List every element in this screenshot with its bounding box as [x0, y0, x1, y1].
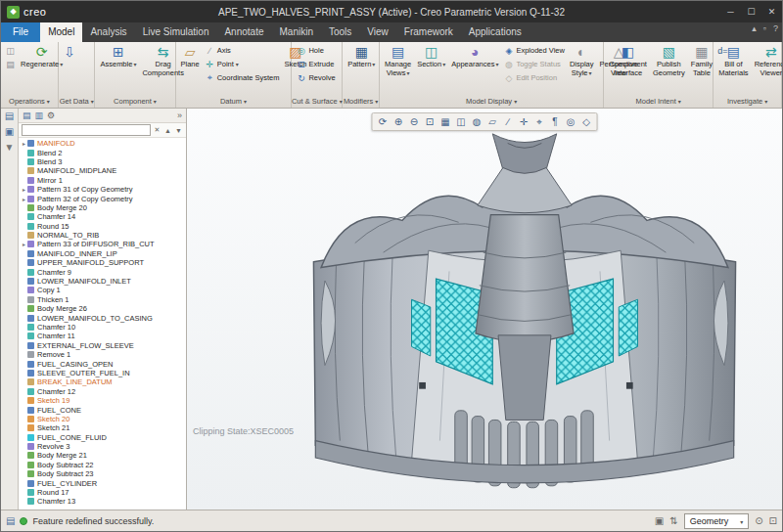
tree-item[interactable]: MANIFOLD_MIDPLANE [21, 166, 186, 175]
tree-item[interactable]: Body Subtract 22 [21, 461, 186, 469]
expand-icon[interactable]: ▸ [21, 196, 27, 202]
group-label-datum[interactable]: Datum [176, 95, 292, 108]
tab-view[interactable]: View [359, 22, 396, 42]
collapse-ribbon-icon[interactable]: ▴ [752, 23, 757, 33]
hole-button[interactable]: ◎Hole [295, 44, 336, 57]
tab-model[interactable]: Model [40, 22, 82, 42]
family-table-button[interactable]: ▦ Family Table [689, 44, 714, 77]
tree-item[interactable]: Round 15 [21, 222, 186, 231]
tree-item[interactable]: Sketch 20 [21, 415, 186, 423]
status-panel-icon[interactable]: ▤ [6, 516, 15, 526]
tree-item[interactable]: Blend 2 [21, 148, 186, 156]
group-label-modifiers[interactable]: Modifiers [343, 95, 379, 108]
saved-orientations-icon[interactable]: ▦ [438, 114, 453, 129]
plane-button[interactable]: ▱ Plane [179, 44, 202, 69]
tree-search-input[interactable] [22, 124, 151, 136]
tree-item[interactable]: FUEL_CYLINDER [21, 478, 186, 487]
help-icon[interactable]: ? [773, 23, 778, 33]
manage-views-button[interactable]: ▤ Manage Views [383, 44, 413, 77]
select-box-icon[interactable]: ⊡ [769, 516, 777, 526]
group-label-component[interactable]: Component [95, 95, 174, 108]
tab-live-simulation[interactable]: Live Simulation [135, 22, 217, 42]
csys-toggle-icon[interactable]: ⌖ [532, 114, 547, 129]
zoom-out-icon[interactable]: ⊖ [407, 114, 422, 129]
tree-item[interactable]: UPPER_MANIFOLD_SUPPORT [21, 258, 186, 267]
tree-item[interactable]: Body Merge 26 [21, 304, 186, 313]
paste-button[interactable]: ▤ [4, 58, 17, 70]
perspective-toggle-icon[interactable]: ◇ [579, 114, 594, 129]
annotation-toggle-icon[interactable]: ¶ [548, 114, 563, 129]
tree-item[interactable]: EXTERNAL_FLOW_SLEEVE [21, 341, 186, 350]
group-label-operations[interactable]: Operations [1, 95, 58, 108]
tree-item[interactable]: Blend 3 [21, 157, 186, 166]
tab-tools[interactable]: Tools [321, 22, 359, 42]
reference-viewer-button[interactable]: ⇄ Reference Viewer [753, 44, 782, 77]
tree-filter-icon[interactable]: ▼ [5, 143, 15, 153]
assemble-button[interactable]: ⊞ Assemble [98, 44, 138, 69]
tree-item[interactable]: MANIFLOD_INNER_LIP [21, 249, 186, 258]
tree-item[interactable]: LOWER_MANIFOLD_INLET [21, 277, 186, 286]
tree-item[interactable]: Thicken 1 [21, 295, 186, 304]
section-button[interactable]: ◫ Section [415, 44, 447, 69]
search-prev-icon[interactable]: ▲ [163, 127, 172, 134]
tab-analysis[interactable]: Analysis [82, 22, 134, 42]
tree-item[interactable]: ▸ Pattern 33 of DIFFUSOR_RIB_CUT [21, 240, 186, 248]
tree-settings-icon[interactable]: ⚙ [47, 111, 55, 120]
close-button[interactable]: ✕ [761, 4, 782, 20]
repaint-icon[interactable]: ⟳ [376, 114, 391, 129]
axis-button[interactable]: ∕Axis [204, 44, 281, 57]
tree-item[interactable]: Chamfer 14 [21, 212, 186, 221]
display-style-icon[interactable]: ◍ [470, 114, 484, 129]
expand-icon[interactable]: ▸ [21, 186, 27, 193]
tree-item[interactable]: Chamfer 11 [21, 332, 186, 340]
expand-icon[interactable]: ▸ [21, 140, 27, 147]
exploded-view-button[interactable]: ◈Exploded View [502, 44, 565, 57]
tree-item[interactable]: FUEL_CONE_FLUID [21, 433, 186, 442]
point-button[interactable]: ✛Point [204, 58, 281, 70]
group-label-investigate[interactable]: Investigate [714, 95, 781, 108]
tab-annotate[interactable]: Annotate [216, 22, 271, 42]
zoom-in-icon[interactable]: ⊕ [392, 114, 406, 129]
tree-item[interactable]: Chamfer 9 [21, 267, 186, 276]
tree-item[interactable]: Body Merge 21 [21, 451, 186, 460]
search-next-icon[interactable]: ▼ [174, 127, 183, 134]
tree-item[interactable]: Chamfer 12 [21, 387, 186, 396]
tree-item[interactable]: ▸ Pattern 31 of Copy Geometry [21, 185, 186, 194]
tree-item[interactable]: FUEL_CASING_OPEN [21, 359, 186, 368]
tree-item[interactable]: Body Merge 20 [21, 203, 186, 212]
tree-item[interactable]: BREAK_LINE_DATUM [21, 377, 186, 386]
find-icon[interactable]: ⊙ [755, 516, 762, 526]
tree-item[interactable]: Body Subtract 23 [21, 469, 186, 478]
tree-item[interactable]: Sketch 19 [21, 396, 186, 405]
publish-geometry-button[interactable]: ▧ Publish Geometry [651, 44, 687, 77]
tab-framework[interactable]: Framework [396, 22, 461, 42]
tree-list-icon[interactable]: ▤ [23, 111, 31, 120]
tree-more-icon[interactable]: » [177, 111, 182, 120]
copy-button[interactable]: ◫ [4, 44, 17, 57]
get-data-import-button[interactable]: ⇩ [62, 44, 77, 61]
datum-axis-toggle-icon[interactable]: ∕ [501, 114, 516, 129]
component-interface-button[interactable]: ◧ Component Interface [607, 44, 649, 77]
tab-applications[interactable]: Applications [461, 22, 530, 42]
view-manager-icon[interactable]: ◫ [454, 114, 469, 129]
folder-browser-icon[interactable]: ▣ [5, 127, 14, 137]
search-clear-icon[interactable]: ✕ [153, 126, 161, 134]
group-label-cut-surface[interactable]: Cut & Surface [292, 95, 342, 108]
datum-plane-toggle-icon[interactable]: ▱ [485, 114, 500, 129]
coordinate-system-button[interactable]: ⌖Coordinate System [204, 71, 281, 84]
display-style-button[interactable]: ◐ Display Style [568, 44, 596, 77]
tab-file[interactable]: File [1, 22, 40, 42]
revolve-button[interactable]: ↻Revolve [295, 71, 336, 84]
extrude-button[interactable]: ⊡Extrude [295, 58, 336, 70]
appearances-button[interactable]: ◕ Appearances [449, 44, 500, 69]
tree-item[interactable]: Copy 1 [21, 286, 186, 294]
3d-model[interactable] [290, 130, 760, 507]
refit-icon[interactable]: ⊡ [423, 114, 438, 129]
tree-columns-icon[interactable]: ▥ [35, 111, 44, 120]
tree-item[interactable]: Round 17 [21, 488, 186, 497]
group-label-model-intent[interactable]: Model Intent [604, 95, 713, 108]
tree-item[interactable]: Sketch 21 [21, 423, 186, 432]
graphics-area[interactable]: ⟳ ⊕ ⊖ ⊡ ▦ ◫ ◍ ▱ ∕ ✛ [187, 109, 782, 510]
tree-item[interactable]: Chamfer 13 [21, 497, 186, 506]
expand-icon[interactable]: ▸ [21, 241, 27, 247]
